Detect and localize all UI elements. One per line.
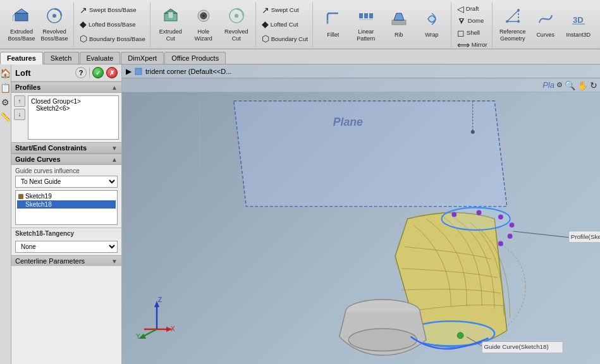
lofted-cut-button[interactable]: ◆ Lofted Cut: [260, 18, 310, 30]
guide-item-sketch19[interactable]: Sketch19: [17, 192, 116, 200]
profile-item-sub: Sketch2<6>: [31, 105, 116, 112]
property-manager-icon[interactable]: 📋: [0, 82, 12, 94]
guide-curves-section-header[interactable]: Guide Curves ▲: [11, 154, 121, 165]
svg-point-39: [508, 234, 513, 239]
draft-button[interactable]: ◁ Draft: [455, 3, 489, 15]
view-options-icon[interactable]: ⚙: [556, 81, 563, 89]
guide-influence-select[interactable]: To Next Guide To Next Sharp To Next Edge…: [15, 176, 118, 188]
svg-rect-42: [569, 231, 600, 243]
extruded-boss-button[interactable]: Extruded Boss/Base: [5, 3, 38, 46]
svg-line-44: [467, 337, 482, 346]
lofted-cut-icon: ◆: [262, 19, 269, 29]
start-end-section-header[interactable]: Start/End Constraints ▼: [11, 142, 121, 154]
svg-point-23: [506, 20, 508, 23]
boundary-cut-button[interactable]: ⬡ Boundary Cut: [260, 33, 310, 44]
revolved-boss-label: Revolved Boss/Base: [39, 28, 70, 42]
centerline-section-header[interactable]: Centerline Parameters ▼: [11, 255, 121, 266]
guide-curves-content: Guide curves influence To Next Guide To …: [11, 165, 121, 228]
revolved-boss-button[interactable]: Revolved Boss/Base: [38, 3, 71, 46]
profile-move-up-button[interactable]: ↑: [14, 95, 25, 107]
fillet-button[interactable]: Fillet: [317, 3, 350, 46]
rib-button[interactable]: Rib: [383, 3, 415, 46]
extruded-cut-button[interactable]: Extruded Cut: [154, 3, 187, 46]
loft-cancel-button[interactable]: ✗: [106, 67, 118, 78]
configuration-manager-icon[interactable]: ⚙: [0, 96, 12, 109]
svg-text:X: X: [171, 325, 175, 332]
svg-point-36: [477, 210, 482, 215]
feature-manager-icon[interactable]: 🏠: [0, 67, 12, 80]
rotate-icon[interactable]: ↻: [590, 80, 597, 90]
dim-xpert-icon[interactable]: 📏: [0, 111, 12, 123]
shell-icon: ◻: [457, 28, 465, 38]
wrap-button[interactable]: Wrap: [415, 3, 448, 46]
mirror-icon: ⟺: [457, 40, 470, 50]
linear-pattern-label: Linear Pattern: [351, 28, 381, 42]
guide-curves-list[interactable]: Sketch19 Sketch18: [15, 190, 118, 225]
mirror-button[interactable]: ⟺ Mirror: [455, 39, 489, 51]
instant3d-button[interactable]: 3D Instant3D: [562, 3, 595, 46]
lofted-boss-label: Lofted Boss/Base: [89, 21, 135, 28]
shell-button[interactable]: ◻ Shell: [455, 27, 489, 39]
profile-move-down-button[interactable]: ↓: [14, 109, 25, 120]
profiles-list[interactable]: Closed Group<1> Sketch2<6>: [28, 95, 119, 140]
lofted-cut-label: Lofted Cut: [271, 21, 298, 28]
swept-boss-button[interactable]: ↗ Swept Boss/Base: [78, 4, 147, 16]
hole-wizard-icon: [195, 7, 212, 27]
svg-point-47: [457, 332, 463, 339]
swept-cut-button[interactable]: ↗ Swept Cut: [260, 4, 310, 16]
tab-features[interactable]: Features: [0, 52, 43, 64]
loft-help-button[interactable]: ?: [75, 67, 87, 78]
profiles-section-title: Profiles: [15, 83, 40, 91]
revolved-cut-button[interactable]: Revolved Cut: [220, 3, 253, 46]
loft-title: Loft: [15, 68, 31, 78]
profile-item-closed-group[interactable]: Closed Group<1> Sketch2<6>: [30, 97, 117, 112]
main-area: 🏠 📋 ⚙ 📏 Loft ? ✓ ✗ Profiles ▲: [0, 64, 600, 364]
svg-text:Profile(Sketch2<6>): Profile(Sketch2<6>): [571, 233, 600, 240]
tab-dimxpert[interactable]: DimXpert: [121, 52, 164, 64]
centerline-section-title: Centerline Parameters: [15, 257, 85, 265]
plane-text-icon: Pla: [542, 80, 554, 90]
pan-icon[interactable]: ✋: [577, 80, 588, 90]
revolved-cut-label: Revolved Cut: [221, 28, 252, 42]
expand-tree-icon[interactable]: ▶: [126, 67, 132, 76]
sketch18-label: Sketch18: [25, 201, 52, 208]
guide-curves-collapse-icon: ▲: [111, 156, 118, 163]
svg-rect-15: [364, 13, 368, 18]
svg-point-13: [235, 14, 238, 18]
linear-pattern-button[interactable]: Linear Pattern: [350, 3, 383, 46]
tab-evaluate[interactable]: Evaluate: [80, 52, 121, 64]
draft-label: Draft: [466, 5, 479, 12]
extruded-cut-label: Extruded Cut: [156, 28, 186, 42]
svg-point-50: [471, 130, 475, 134]
guide-item-sketch18[interactable]: Sketch18: [17, 200, 116, 209]
svg-line-20: [507, 10, 518, 21]
svg-text:3D: 3D: [573, 15, 584, 25]
hole-wizard-button[interactable]: Hole Wizard: [187, 3, 220, 46]
boundary-boss-button[interactable]: ⬡ Boundary Boss/Base: [78, 33, 147, 44]
reference-geometry-button[interactable]: Reference Geometry: [496, 3, 529, 46]
boundary-cut-label: Boundary Cut: [271, 35, 308, 42]
rib-label: Rib: [395, 32, 403, 39]
svg-rect-27: [135, 68, 142, 75]
tab-sketch[interactable]: Sketch: [44, 52, 79, 64]
lofted-boss-button[interactable]: ◆ Lofted Boss/Base: [78, 18, 147, 30]
boss-base-group: Extruded Boss/Base Revolved Boss/Base: [3, 2, 74, 47]
guide-influence-label: Guide curves influence: [15, 167, 118, 174]
fillet-group: Fillet Linear Pattern Rib: [314, 2, 451, 47]
svg-point-5: [52, 14, 56, 18]
profiles-section-header[interactable]: Profiles ▲: [11, 82, 121, 93]
dome-button[interactable]: ⛛ Dome: [455, 15, 489, 27]
curves-button[interactable]: Curves: [529, 3, 562, 46]
svg-marker-1: [15, 9, 28, 13]
loft-confirm-button[interactable]: ✓: [92, 67, 104, 78]
zoom-icon[interactable]: 🔍: [565, 80, 575, 90]
svg-text:Z: Z: [158, 296, 162, 303]
hole-wizard-label: Hole Wizard: [188, 28, 219, 42]
tab-office-products[interactable]: Office Products: [164, 52, 226, 64]
tangency-select[interactable]: None Tangency to Face Normal to Profile: [15, 241, 118, 253]
swept-cut-label: Swept Cut: [271, 6, 299, 13]
svg-point-40: [498, 241, 503, 246]
draft-icon: ◁: [457, 4, 464, 14]
boundary-boss-icon: ⬡: [80, 33, 87, 44]
swept-cut-group: ↗ Swept Cut ◆ Lofted Cut ⬡ Boundary Cut: [257, 2, 313, 47]
